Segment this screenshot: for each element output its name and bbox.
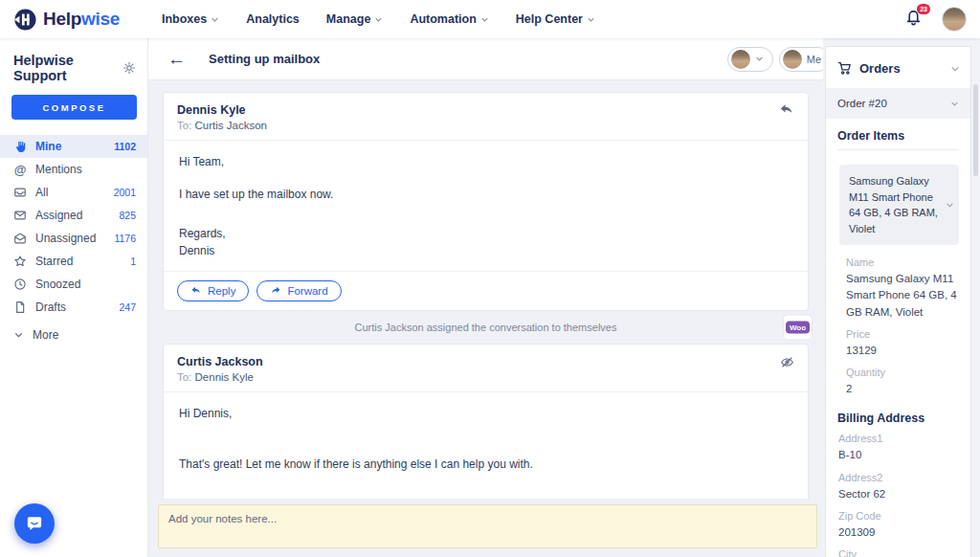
chevron-down-icon [755,56,764,62]
inbox-sidebar: Helpwise Support COMPOSE Mine 1102 @ Men… [0,38,148,557]
sidebar-item-label: Unassigned [35,232,96,245]
clock-icon [13,278,27,291]
billing-address-heading: Billing Address [826,397,970,425]
integration-panel: Orders Order #20 Order Items Samsung Gal… [823,38,980,557]
field-address1: Address1 B-10 [826,425,970,463]
chevron-down-icon [211,16,219,23]
inbox-settings-button[interactable] [122,61,136,75]
gear-icon [122,61,136,75]
assignee-avatar [731,50,750,69]
sidebar-item-count: 1102 [114,141,136,152]
sidebar-item-label: Snoozed [35,278,80,291]
message-recipient: To: Curtis Jackson [177,120,267,131]
message-sender: Dennis Kyle [177,103,267,117]
field-quantity: Quantity 2 [826,359,970,397]
nav-right-actions: 23 [904,7,967,32]
sidebar-item-count: 1176 [114,233,136,244]
chevron-down-icon [950,100,959,107]
sidebar-item-label: Mentions [35,163,82,176]
hand-icon [13,140,27,153]
sidebar-item-label: Mine [35,140,61,153]
orders-widget: Orders Order #20 Order Items Samsung Gal… [825,46,971,557]
sidebar-item-assigned[interactable]: Assigned 825 [0,204,147,227]
me-avatar [783,50,802,69]
sidebar-item-mine[interactable]: Mine 1102 [0,135,147,158]
forward-icon [270,286,281,296]
assigned-to-me-pill[interactable]: Me [779,47,823,72]
chevron-down-icon [946,202,954,209]
woocommerce-icon: Woo [786,322,810,334]
sidebar-item-count: 825 [119,210,136,221]
chevron-down-icon [950,65,960,73]
envelope-icon [13,209,27,222]
sidebar-item-snoozed[interactable]: Snoozed [0,273,147,296]
notification-count-badge: 23 [917,4,930,14]
cart-icon [837,61,852,76]
chat-bubble-icon [24,513,45,534]
top-navbar: Helpwise Inboxes Analytics Manage Automa… [0,0,980,38]
message-body: Hi Team, I have set up the mailbox now. … [164,141,808,271]
sidebar-item-label: Assigned [35,209,82,222]
primary-nav: Inboxes Analytics Manage Automation Help… [162,12,595,26]
sidebar-item-count: 247 [119,301,136,313]
notes-input[interactable] [158,504,817,548]
sidebar-item-count: 2001 [114,187,136,198]
back-button[interactable]: ← [167,50,186,68]
helpwise-logo-icon [13,8,37,32]
assignee-dropdown[interactable] [727,47,773,72]
woocommerce-sidebar-toggle[interactable]: Woo [783,315,813,341]
helpwise-logo[interactable]: Helpwise [13,8,120,32]
envelope-open-icon [13,232,27,245]
sidebar-item-unassigned[interactable]: Unassigned 1176 [0,227,147,250]
compose-button[interactable]: COMPOSE [11,95,137,120]
message-recipient: To: Dennis Kyle [177,371,263,383]
draft-icon [13,301,27,314]
inbox-icon [13,186,27,199]
nav-automation[interactable]: Automation [410,12,488,26]
reply-button[interactable]: Reply [177,280,249,301]
sidebar-item-label: Starred [35,255,73,268]
sidebar-more-toggle[interactable]: More [0,323,147,347]
sidebar-item-all[interactable]: All 2001 [0,181,147,204]
chevron-down-icon [13,331,24,339]
message-sender: Curtis Jackson [177,355,263,368]
reply-icon[interactable] [779,103,794,121]
reply-icon [190,286,202,296]
notifications-button[interactable]: 23 [904,9,923,31]
field-name: Name Samsung Galaxy M11 Smart Phone 64 G… [826,249,970,321]
nav-manage[interactable]: Manage [326,12,384,26]
brand-wordmark: Helpwise [43,9,120,30]
chevron-down-icon [374,16,383,23]
sidebar-item-mentions[interactable]: @ Mentions [0,158,147,181]
chevron-down-icon [480,16,489,23]
nav-inboxes[interactable]: Inboxes [162,12,219,26]
sidebar-item-drafts[interactable]: Drafts 247 [0,296,147,319]
orders-panel-title: Orders [859,61,901,76]
conversation-title: Setting up mailbox [209,52,320,66]
nav-analytics[interactable]: Analytics [246,12,300,26]
user-avatar[interactable] [942,7,967,32]
conversation-header: ← Setting up mailbox Me [148,38,823,80]
scrollbar[interactable] [973,84,978,176]
chevron-down-icon [587,16,595,23]
field-price: Price 13129 [826,321,970,359]
divider [837,149,959,150]
eye-off-icon[interactable] [780,355,794,373]
nav-help-center[interactable]: Help Center [516,12,595,26]
notes-section [148,499,823,557]
message-card: Dennis Kyle To: Curtis Jackson Hi Team, … [163,92,809,311]
order-accordion-header[interactable]: Order #20 [826,88,970,119]
product-select[interactable]: Samsung Galaxy M11 Smart Phone 64 GB, 4 … [839,165,959,245]
forward-button[interactable]: Forward [256,280,341,301]
live-chat-launcher[interactable] [14,503,55,544]
sidebar-item-starred[interactable]: Starred 1 [0,250,147,273]
message-card: Curtis Jackson To: Dennis Kyle Hi Dennis… [163,344,809,499]
assignment-event: Curtis Jackson assigned the conversation… [163,311,809,344]
inbox-title: Helpwise Support [13,53,122,83]
field-city: City Noida [826,541,970,557]
conversation-pane: ← Setting up mailbox Me Dennis Kyle To: … [148,38,823,557]
message-body: Hi Dennis, That's great! Let me know if … [164,392,808,499]
orders-collapse-button[interactable] [950,59,960,77]
at-icon: @ [13,163,27,177]
field-zip-code: Zip Code 201309 [826,502,970,541]
